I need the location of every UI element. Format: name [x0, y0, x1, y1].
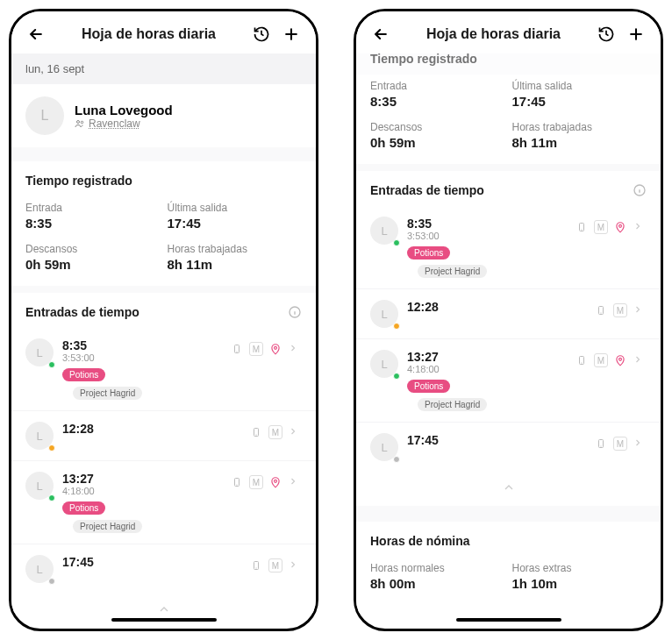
entry-duration: 4:18:00: [407, 364, 566, 374]
entry-meta-icons: M: [249, 425, 302, 439]
time-entry[interactable]: L17:45M: [11, 544, 316, 594]
time-entry[interactable]: L13:274:18:00PotionsProject HagridM: [356, 339, 661, 423]
manual-icon: M: [613, 437, 627, 451]
entries-title: Entradas de tiempo: [11, 293, 316, 328]
add-button[interactable]: [281, 24, 302, 45]
entries-list: L8:353:53:00PotionsProject HagridML12:28…: [11, 328, 316, 594]
svg-point-11: [619, 224, 622, 227]
profile-name: Luna Lovegood: [75, 103, 173, 117]
page-title: Hoja de horas diaria: [400, 26, 587, 42]
entry-duration: 4:18:00: [62, 486, 221, 496]
entry-avatar: L: [370, 433, 398, 461]
payroll-title: Horas de nómina: [356, 522, 661, 557]
time-entry[interactable]: L8:353:53:00PotionsProject HagridM: [356, 206, 661, 289]
breaks-value: 0h 59m: [370, 135, 505, 150]
manual-icon: M: [613, 303, 627, 317]
chevron-right-icon: [633, 437, 647, 451]
entry-meta-icons: M: [249, 558, 302, 572]
extra-hours: 1h 10m: [512, 576, 647, 591]
chevron-right-icon: [288, 342, 302, 356]
phone-left: Hoja de horas diaria lun, 16 sept L Luna…: [9, 9, 318, 631]
back-button[interactable]: [25, 24, 46, 45]
entry-time: 8:35: [62, 338, 221, 352]
manual-icon: M: [594, 220, 608, 234]
chevron-up-icon: [502, 480, 516, 494]
info-icon[interactable]: [288, 305, 302, 319]
page-title: Hoja de horas diaria: [55, 26, 242, 42]
expand-button[interactable]: [356, 605, 661, 613]
profile-dept[interactable]: Ravenclaw: [75, 117, 173, 130]
entries-list: L8:353:53:00PotionsProject HagridML12:28…: [356, 206, 661, 472]
entry-time: 12:28: [407, 300, 585, 314]
time-entry[interactable]: L8:353:53:00PotionsProject HagridM: [11, 328, 316, 411]
entry-time: 8:35: [25, 216, 161, 231]
svg-point-0: [77, 120, 80, 123]
worked-value: 8h 11m: [168, 257, 303, 272]
registered-title: Tiempo registrado: [11, 161, 316, 196]
scroll-content[interactable]: Tiempo registrado Entrada8:35 Última sal…: [356, 53, 661, 613]
history-icon[interactable]: [251, 24, 272, 45]
device-icon: [594, 303, 608, 317]
scroll-content[interactable]: lun, 16 sept L Luna Lovegood Ravenclaw T…: [11, 53, 316, 613]
add-button[interactable]: [626, 24, 647, 45]
info-icon[interactable]: [633, 183, 647, 197]
entry-avatar: L: [370, 217, 398, 245]
device-icon: [575, 353, 589, 367]
entry-avatar: L: [25, 422, 54, 450]
entry-avatar: L: [25, 338, 54, 366]
manual-icon: M: [249, 342, 263, 356]
collapse-button[interactable]: [11, 594, 316, 613]
exit-time: 17:45: [168, 216, 303, 231]
status-dot: [393, 456, 400, 463]
home-indicator: [456, 618, 561, 622]
history-icon[interactable]: [596, 24, 617, 45]
entry-meta-icons: M: [230, 475, 302, 489]
worked-value: 8h 11m: [512, 135, 647, 150]
entry-time: 8:35: [407, 217, 566, 231]
time-entry[interactable]: L12:28M: [356, 289, 661, 339]
device-icon: [249, 425, 263, 439]
payroll-stats: Horas normales8h 00m Horas extras1h 10m: [356, 557, 661, 605]
entry-time: 13:27: [62, 472, 221, 486]
status-dot: [393, 323, 400, 330]
tag-activity: Potions: [407, 246, 450, 260]
location-icon: [613, 220, 627, 234]
app-header: Hoja de horas diaria: [11, 11, 316, 53]
registered-title: Tiempo registrado: [356, 53, 661, 75]
entry-meta-icons: M: [575, 220, 647, 234]
time-entry[interactable]: L13:274:18:00PotionsProject HagridM: [11, 461, 316, 544]
tag-activity: Potions: [407, 380, 450, 393]
location-icon: [613, 353, 627, 367]
profile-card[interactable]: L Luna Lovegood Ravenclaw: [11, 84, 316, 147]
entry-time: 17:45: [62, 555, 240, 569]
avatar: L: [25, 96, 64, 135]
svg-point-14: [619, 358, 622, 360]
manual-icon: M: [249, 475, 263, 489]
collapse-button[interactable]: [356, 472, 661, 506]
normal-hours: 8h 00m: [370, 576, 505, 591]
manual-icon: M: [268, 425, 282, 439]
tag-project: Project Hagrid: [418, 265, 487, 278]
entry-duration: 3:53:00: [62, 352, 221, 363]
tag-activity: Potions: [62, 501, 105, 515]
status-dot: [48, 578, 55, 585]
location-icon: [268, 342, 282, 356]
registered-stats: Entrada8:35 Última salida17:45 Descansos…: [356, 75, 661, 164]
tag-project: Project Hagrid: [73, 520, 142, 533]
device-icon: [230, 475, 244, 489]
chevron-right-icon: [633, 220, 647, 234]
home-indicator: [111, 618, 217, 622]
time-entry[interactable]: L17:45M: [356, 423, 661, 472]
status-dot: [48, 494, 55, 501]
entry-time: 12:28: [62, 422, 240, 436]
status-dot: [393, 239, 400, 246]
phone-right: Hoja de horas diaria Tiempo registrado E…: [354, 9, 663, 631]
app-header: Hoja de horas diaria: [356, 11, 661, 53]
back-button[interactable]: [370, 24, 391, 45]
location-icon: [268, 475, 282, 489]
entry-time: 8:35: [370, 94, 505, 109]
time-entry[interactable]: L12:28M: [11, 411, 316, 461]
tag-project: Project Hagrid: [73, 387, 142, 400]
svg-point-1: [81, 121, 83, 124]
exit-time: 17:45: [512, 94, 647, 109]
